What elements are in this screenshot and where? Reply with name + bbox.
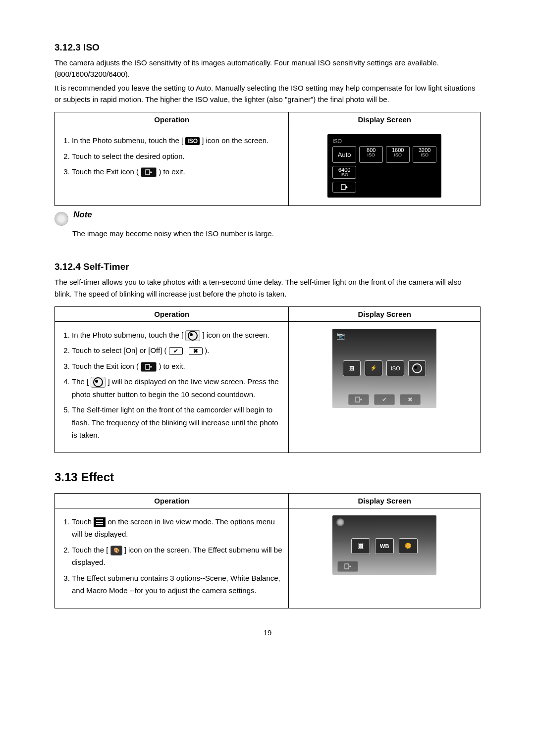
timer-step-3: Touch the Exit icon ( ) to exit. [72,360,282,373]
iso-table: Operation Display Screen In the Photo su… [54,112,481,206]
iso-1600-btn: 1600ISO [386,146,410,163]
iso-btn-icon: ISO [386,360,404,376]
effect-steps-cell: Touch on the screen in live view mode. T… [55,508,289,608]
exit-icon [141,362,157,372]
iso-para2: It is recommended you leave the setting … [54,82,481,105]
self-timer-icon [91,377,106,388]
note-lightbulb-icon [54,212,68,226]
timer-screen: 📷 🖼 ⚡ ISO ✔ ✖ [332,329,436,408]
iso-auto-btn: Auto [332,146,356,163]
page-number: 19 [54,628,481,637]
iso-display-cell: ISO Auto 800ISO 1600ISO 3200ISO 6400ISO [289,127,481,206]
iso-steps-cell: In the Photo submenu, touch the [ ISO ] … [55,127,289,206]
note-title: Note [73,210,92,219]
iso-screen-exit-icon [332,182,356,193]
timer-btn-icon [408,360,426,376]
th-display: Display Screen [289,306,481,321]
iso-icon: ISO [185,137,200,145]
heading-iso: 3.12.3 ISO [54,42,481,53]
timer-step-2: Touch to select [On] or [Off] ( ✔ ✖ ). [72,344,282,357]
effect-step-3: The Effect submenu contains 3 options--S… [72,572,282,597]
macro-icon-btn: 🌼 [399,538,418,554]
timer-step-4: The [ ] will be displayed on the live vi… [72,375,282,401]
effect-table: Operation Display Screen Touch on the sc… [54,493,481,608]
iso-step-3: Touch the Exit icon ( ) to exit. [72,165,282,178]
exit-icon [141,167,157,177]
effect-step-1: Touch on the screen in live view mode. T… [72,515,282,541]
effect-display-cell: 🖼 WB 🌼 [289,508,481,608]
iso-para1: The camera adjusts the ISO sensitivity o… [54,57,481,80]
th-display: Display Screen [289,112,481,127]
timer-para: The self-timer allows you to take photos… [54,276,481,300]
th-operation: Operation [55,493,289,508]
screen-exit-icon [337,561,358,572]
lens-icon [336,518,344,526]
timer-step-1: In the Photo submenu, touch the [ ] icon… [72,329,282,342]
iso-step-1: In the Photo submenu, touch the [ ISO ] … [72,134,282,147]
heading-timer: 3.12.4 Self-Timer [54,261,481,272]
check-icon: ✔ [169,347,183,355]
camera-icon: 📷 [336,332,345,340]
x-icon: ✖ [189,347,203,355]
effect-scene-icon: 🎨 [110,546,122,555]
flash-btn-icon: ⚡ [365,360,382,376]
timer-display-cell: 📷 🖼 ⚡ ISO ✔ ✖ [289,321,481,453]
scene-btn-icon: 🖼 [343,360,361,376]
iso-800-btn: 800ISO [359,146,383,163]
iso-step-2: Touch to select the desired option. [72,150,282,163]
timer-table: Operation Display Screen In the Photo su… [54,306,481,453]
wb-icon-btn: WB [375,538,394,554]
screen-check-icon: ✔ [374,394,395,405]
iso-screen: ISO Auto 800ISO 1600ISO 3200ISO 6400ISO [327,134,441,198]
th-display: Display Screen [289,493,481,508]
th-operation: Operation [55,112,289,127]
scene-icon-btn: 🖼 [351,538,370,554]
iso-3200-btn: 3200ISO [413,146,436,163]
th-operation: Operation [55,306,289,321]
note-text: The image may become noisy when the ISO … [72,228,481,239]
timer-step-5: The Self-timer light on the front of the… [72,403,282,442]
heading-effect: 3.13 Effect [54,470,481,484]
iso-screen-label: ISO [332,138,436,144]
self-timer-icon [185,330,200,341]
effect-screen: 🖼 WB 🌼 [332,515,436,575]
effect-step-2: Touch the [ 🎨 ] icon on the screen. The … [72,544,282,569]
iso-6400-btn: 6400ISO [332,166,356,179]
screen-exit-icon [348,394,369,405]
menu-list-icon [94,517,106,527]
screen-x-icon: ✖ [400,394,421,405]
timer-steps-cell: In the Photo submenu, touch the [ ] icon… [55,321,289,453]
